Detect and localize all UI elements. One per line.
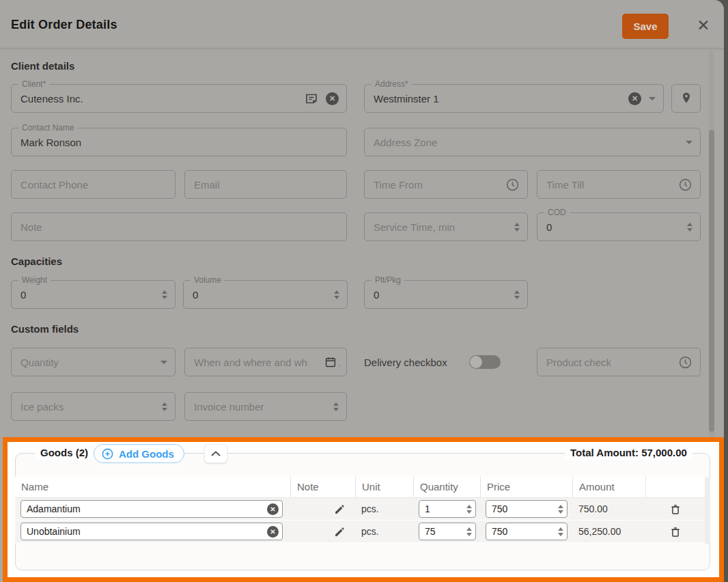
stepper-icon[interactable]	[162, 290, 167, 299]
stepper-icon[interactable]	[514, 223, 520, 232]
trash-icon[interactable]	[669, 525, 682, 538]
delivery-checkbox-label: Delivery checkbox	[364, 357, 447, 368]
goods-table-scrollbar[interactable]	[705, 477, 710, 544]
contact-name-label: Contact Name	[18, 123, 78, 133]
stepper-icon[interactable]	[333, 402, 339, 411]
col-header-note: Note	[290, 477, 355, 497]
edit-note-icon[interactable]	[334, 503, 346, 515]
chevron-up-icon	[211, 451, 221, 456]
plt-pkg-field[interactable]: Plt/Pkg 0	[364, 280, 528, 309]
stepper-icon[interactable]	[466, 527, 472, 536]
save-button[interactable]: Save	[622, 14, 669, 39]
service-time-placeholder: Service Time, min	[365, 221, 455, 233]
time-from-field[interactable]: Time From	[364, 170, 528, 199]
address-field[interactable]: Address* Westminster 1 ✕	[364, 84, 664, 113]
chevron-down-icon[interactable]	[160, 361, 167, 364]
stepper-icon[interactable]	[558, 527, 563, 536]
quantity-custom-placeholder: Quantity	[12, 357, 59, 368]
goods-highlight-section: Goods (2) Add Goods Total Amount: 57,000…	[3, 437, 724, 582]
goods-unit: pcs.	[355, 503, 413, 514]
goods-table: Name Note Unit Quantity Price Amount Ada…	[15, 477, 705, 543]
product-check-field[interactable]: Product check	[537, 348, 701, 376]
header-divider	[0, 48, 724, 48]
section-client-details: Client details	[11, 60, 74, 72]
goods-quantity-input[interactable]: 75	[419, 523, 476, 540]
note-icon[interactable]	[305, 92, 318, 105]
goods-name-value: Unobtainium	[27, 526, 81, 537]
stepper-icon[interactable]	[514, 290, 520, 299]
clear-client-icon[interactable]: ✕	[326, 92, 339, 105]
cod-label: COD	[544, 208, 570, 218]
goods-name-input[interactable]: Unobtainium ✕	[20, 523, 283, 540]
map-pin-button[interactable]	[671, 84, 701, 113]
chevron-down-icon[interactable]	[649, 97, 656, 100]
clock-icon[interactable]	[678, 355, 692, 370]
when-where-suffix: .	[338, 357, 341, 368]
cod-field[interactable]: COD 0	[537, 212, 701, 241]
goods-name-input[interactable]: Adamantium ✕	[20, 500, 283, 518]
close-icon[interactable]: ✕	[694, 16, 713, 35]
stepper-icon[interactable]	[687, 223, 692, 232]
weight-field[interactable]: Weight 0	[11, 280, 176, 309]
time-till-field[interactable]: Time Till	[537, 170, 701, 199]
stepper-icon[interactable]	[466, 505, 472, 514]
goods-legend: Goods (2)	[35, 446, 94, 460]
goods-table-header: Name Note Unit Quantity Price Amount	[15, 477, 705, 498]
note-field[interactable]: Note	[11, 212, 347, 241]
ice-packs-field[interactable]: Ice packs	[11, 392, 176, 421]
page-title: Edit Order Details	[11, 18, 117, 32]
client-field[interactable]: Client* Cuteness Inc. ✕	[11, 84, 347, 113]
clock-icon[interactable]	[505, 178, 520, 192]
goods-quantity-input[interactable]: 1	[419, 500, 476, 518]
goods-quantity-value: 1	[425, 503, 430, 514]
col-header-price: Price	[480, 477, 572, 497]
clear-name-icon[interactable]: ✕	[267, 503, 279, 515]
dialog-scrollbar-thumb[interactable]	[709, 130, 714, 432]
delivery-checkbox-toggle[interactable]	[469, 355, 501, 369]
service-time-field[interactable]: Service Time, min	[364, 212, 528, 241]
address-field-label: Address*	[372, 79, 412, 89]
table-row: Adamantium ✕ pcs. 1	[15, 498, 705, 521]
section-capacities: Capacities	[11, 255, 62, 267]
cod-value: 0	[537, 221, 552, 233]
clock-icon[interactable]	[678, 178, 692, 192]
time-till-placeholder: Time Till	[537, 179, 584, 191]
client-field-label: Client*	[18, 79, 49, 89]
goods-price-input[interactable]: 750	[486, 523, 568, 540]
volume-field[interactable]: Volume 0	[183, 280, 348, 309]
address-zone-placeholder: Address Zone	[365, 137, 437, 148]
stepper-icon[interactable]	[558, 505, 563, 514]
when-where-field[interactable]: When and where and what .	[184, 348, 347, 376]
chevron-down-icon[interactable]	[686, 141, 692, 144]
clear-address-icon[interactable]: ✕	[628, 92, 641, 105]
clear-name-icon[interactable]: ✕	[267, 526, 279, 538]
weight-value: 0	[12, 289, 26, 301]
plt-pkg-label: Plt/Pkg	[372, 275, 404, 286]
trash-icon[interactable]	[669, 503, 682, 516]
toggle-knob	[470, 356, 482, 368]
email-field[interactable]: Email	[184, 170, 347, 199]
contact-phone-field[interactable]: Contact Phone	[11, 170, 176, 199]
stepper-icon[interactable]	[162, 402, 167, 411]
edit-note-icon[interactable]	[334, 526, 346, 538]
add-goods-button[interactable]: Add Goods	[94, 444, 184, 463]
weight-label: Weight	[18, 275, 51, 286]
plt-pkg-value: 0	[365, 289, 379, 301]
quantity-custom-select[interactable]: Quantity	[11, 348, 176, 376]
col-header-quantity: Quantity	[413, 477, 480, 497]
stepper-icon[interactable]	[334, 290, 339, 299]
calendar-icon[interactable]	[324, 356, 337, 368]
goods-price-input[interactable]: 750	[486, 500, 568, 518]
address-field-value: Westminster 1	[365, 93, 439, 105]
volume-value: 0	[184, 289, 198, 301]
email-placeholder: Email	[185, 179, 220, 191]
invoice-number-field[interactable]: Invoice number	[184, 392, 347, 421]
volume-label: Volume	[191, 275, 225, 286]
col-header-amount: Amount	[572, 477, 645, 497]
product-check-placeholder: Product check	[537, 357, 611, 368]
contact-name-field[interactable]: Contact Name Mark Ronson	[11, 128, 347, 156]
collapse-goods-button[interactable]	[204, 444, 227, 463]
address-zone-select[interactable]: Address Zone	[364, 128, 701, 156]
client-field-value: Cuteness Inc.	[12, 93, 83, 105]
invoice-number-placeholder: Invoice number	[185, 401, 264, 413]
